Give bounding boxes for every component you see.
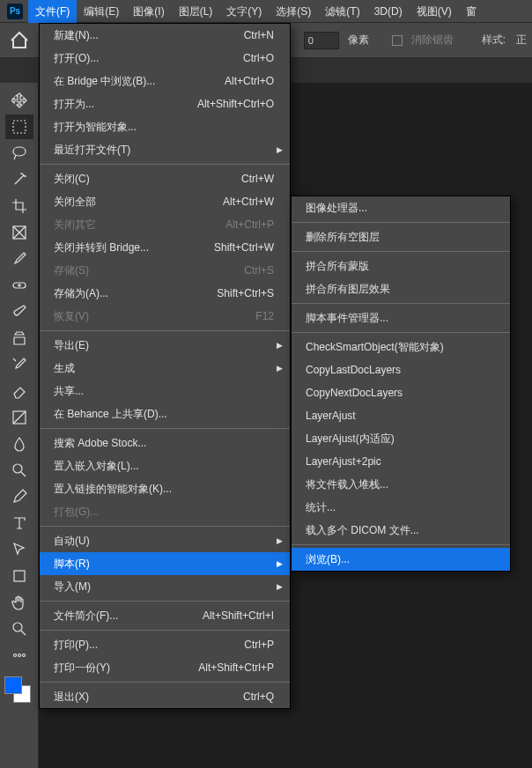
history-brush-tool[interactable] <box>5 352 33 377</box>
eyedropper-tool[interactable] <box>5 247 33 271</box>
menu-item[interactable]: 新建(N)...Ctrl+N <box>40 24 290 47</box>
lasso-tool[interactable] <box>5 141 33 166</box>
brush-tool[interactable] <box>5 299 33 324</box>
menu-item-shortcut: Alt+Shift+Ctrl+P <box>198 661 274 674</box>
menu-item[interactable]: 导出(E)▶ <box>40 334 290 357</box>
menu-item[interactable]: 存储为(A)...Shift+Ctrl+S <box>40 282 290 305</box>
menu-item[interactable]: 导入(M)▶ <box>40 575 290 598</box>
submenu-item-label: 拼合所有蒙版 <box>306 259 494 274</box>
menu-image[interactable]: 图像(I) <box>126 0 171 23</box>
hand-icon <box>11 594 27 610</box>
menu-item[interactable]: 打开为...Alt+Shift+Ctrl+O <box>40 92 290 115</box>
menu-item[interactable]: 生成▶ <box>40 357 290 380</box>
lasso-icon <box>11 145 27 161</box>
menu-item[interactable]: 打开为智能对象... <box>40 115 290 138</box>
separator <box>40 682 290 683</box>
svg-point-15 <box>18 654 20 657</box>
menu-type[interactable]: 文字(Y) <box>219 0 269 23</box>
hand-tool[interactable] <box>5 590 33 615</box>
menu-layer[interactable]: 图层(L) <box>172 0 220 23</box>
home-icon[interactable] <box>9 30 30 51</box>
menu-item[interactable]: 置入链接的智能对象(K)... <box>40 477 290 500</box>
svg-rect-11 <box>14 571 25 581</box>
menu-item[interactable]: 文件简介(F)...Alt+Shift+Ctrl+I <box>40 604 290 627</box>
menu-item-label: 退出(X) <box>54 690 225 705</box>
path-select-tool[interactable] <box>5 537 33 562</box>
menu-view[interactable]: 视图(V) <box>410 0 459 23</box>
submenu-item[interactable]: 浏览(B)... <box>292 548 510 571</box>
crop-tool[interactable] <box>5 194 33 218</box>
fg-color-swatch[interactable] <box>4 676 22 694</box>
menu-item[interactable]: 在 Bridge 中浏览(B)...Alt+Ctrl+O <box>40 70 290 92</box>
submenu-item[interactable]: 脚本事件管理器... <box>292 306 510 329</box>
menu-file[interactable]: 文件(F) <box>28 0 77 23</box>
menu-item[interactable]: 自动(U)▶ <box>40 529 290 552</box>
move-tool[interactable] <box>5 88 33 113</box>
pen-tool[interactable] <box>5 484 33 509</box>
menu-item-label: 关闭其它 <box>54 218 208 233</box>
style-value[interactable]: 正 <box>511 33 532 48</box>
menu-item[interactable]: 关闭全部Alt+Ctrl+W <box>40 190 290 213</box>
svg-point-12 <box>13 623 22 631</box>
submenu-item[interactable]: 载入多个 DICOM 文件... <box>292 519 510 542</box>
submenu-item[interactable]: CopyNextDocLayers <box>292 381 510 404</box>
submenu-item[interactable]: 删除所有空图层 <box>292 225 510 248</box>
submenu-arrow-icon: ▶ <box>277 145 283 154</box>
zoom-tool[interactable] <box>5 617 33 641</box>
menu-item[interactable]: 打开(O)...Ctrl+O <box>40 47 290 70</box>
svg-line-10 <box>21 472 26 476</box>
menu-item[interactable]: 退出(X)Ctrl+Q <box>40 685 290 708</box>
marquee-tool[interactable] <box>5 114 33 139</box>
menu-item-label: 导入(M) <box>54 580 274 594</box>
menu-item[interactable]: 最近打开文件(T)▶ <box>40 138 290 161</box>
dodge-tool[interactable] <box>5 458 33 483</box>
frame-tool[interactable] <box>5 220 33 245</box>
submenu-item[interactable]: 统计... <box>292 496 510 519</box>
submenu-arrow-icon: ▶ <box>277 582 283 591</box>
separator <box>40 630 290 631</box>
type-tool[interactable] <box>5 511 33 535</box>
submenu-item-label: LayerAjust(内适应) <box>306 432 494 447</box>
gradient-icon <box>11 410 27 425</box>
submenu-item[interactable]: LayerAjust <box>292 404 510 427</box>
submenu-item[interactable]: 图像处理器... <box>292 196 510 219</box>
submenu-item[interactable]: 拼合所有图层效果 <box>292 277 510 300</box>
menu-item[interactable]: 关闭(C)Ctrl+W <box>40 167 290 190</box>
menu-item-shortcut: Ctrl+O <box>243 52 274 64</box>
brush-icon <box>11 304 27 320</box>
clone-tool[interactable] <box>5 326 33 351</box>
menu-select[interactable]: 选择(S) <box>269 0 318 23</box>
menu-window[interactable]: 窗 <box>459 0 484 23</box>
submenu-item-label: 删除所有空图层 <box>306 230 494 245</box>
menu-item[interactable]: 搜索 Adobe Stock... <box>40 432 290 454</box>
magic-wand-icon <box>11 172 27 188</box>
menu-item[interactable]: 在 Behance 上共享(D)... <box>40 402 290 425</box>
submenu-item[interactable]: CopyLastDocLayers <box>292 358 510 381</box>
gradient-tool[interactable] <box>5 405 33 430</box>
rectangle-tool[interactable] <box>5 564 33 588</box>
magic-wand-tool[interactable] <box>5 167 33 192</box>
feather-input[interactable] <box>304 32 339 49</box>
eraser-tool[interactable] <box>5 379 33 403</box>
antialias-checkbox[interactable] <box>392 35 403 46</box>
healing-tool[interactable] <box>5 273 33 298</box>
submenu-item[interactable]: CheckSmartObject(智能对象) <box>292 336 510 358</box>
menu-item[interactable]: 打印(P)...Ctrl+P <box>40 633 290 656</box>
menu-item[interactable]: 打印一份(Y)Alt+Shift+Ctrl+P <box>40 656 290 679</box>
menu-filter[interactable]: 滤镜(T) <box>318 0 366 23</box>
menu-item[interactable]: 共享... <box>40 380 290 402</box>
more-tool[interactable] <box>5 643 33 668</box>
submenu-item[interactable]: 将文件载入堆栈... <box>292 473 510 496</box>
submenu-item[interactable]: LayerAjust(内适应) <box>292 427 510 450</box>
menu-item[interactable]: 置入嵌入对象(L)... <box>40 454 290 477</box>
menu-item[interactable]: 脚本(R)▶ <box>40 552 290 575</box>
blur-tool[interactable] <box>5 432 33 456</box>
submenu-item[interactable]: 拼合所有蒙版 <box>292 255 510 277</box>
submenu-item[interactable]: LayerAjust+2pic <box>292 450 510 473</box>
menu-item[interactable]: 关闭并转到 Bridge...Shift+Ctrl+W <box>40 236 290 259</box>
color-swatches[interactable] <box>4 676 34 708</box>
menu-edit[interactable]: 编辑(E) <box>77 0 126 23</box>
menu-3d[interactable]: 3D(D) <box>367 0 410 23</box>
separator <box>292 222 510 223</box>
pixel-label: 像素 <box>343 33 374 48</box>
